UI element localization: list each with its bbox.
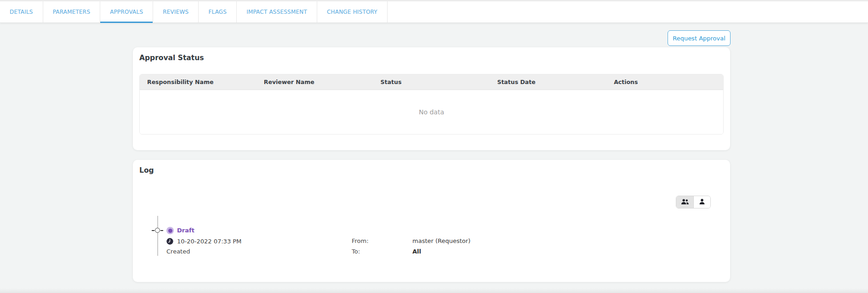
table-empty-state: No data — [140, 90, 723, 134]
person-view-button[interactable] — [693, 196, 710, 208]
column-header-reviewer-name: Reviewer Name — [257, 79, 373, 85]
approval-status-card: Approval Status Responsibility Name Revi… — [133, 47, 730, 150]
approval-status-table: Responsibility Name Reviewer Name Status… — [139, 74, 724, 135]
tab-impact-assessment[interactable]: IMPACT ASSESSMENT — [237, 1, 317, 23]
tab-flags[interactable]: FLAGS — [199, 1, 237, 23]
bottom-edge-shading — [0, 288, 868, 293]
timeline-node-icon — [155, 228, 160, 233]
to-label: To: — [352, 248, 360, 255]
log-view-toggle — [676, 196, 711, 208]
timeline-node-tick-right — [160, 230, 163, 231]
people-group-icon — [681, 198, 689, 207]
tab-reviews[interactable]: REVIEWS — [153, 1, 199, 23]
timeline-line — [157, 216, 158, 256]
tab-change-history[interactable]: CHANGE HISTORY — [317, 1, 388, 23]
tab-parameters[interactable]: PARAMETERS — [43, 1, 101, 23]
column-header-actions: Actions — [606, 79, 723, 85]
log-card: Log Dra — [133, 160, 730, 282]
column-header-status: Status — [373, 79, 490, 85]
request-approval-button[interactable]: Request Approval — [668, 30, 731, 46]
group-view-button[interactable] — [676, 196, 693, 208]
tab-approvals[interactable]: APPROVALS — [100, 1, 153, 23]
timeline-node-tick-left — [152, 230, 154, 231]
log-entry-timestamp: 10-20-2022 07:33 PM — [177, 238, 241, 245]
clock-icon — [166, 238, 173, 247]
tab-bar: DETAILS PARAMETERS APPROVALS REVIEWS FLA… — [0, 0, 868, 23]
to-value: All — [412, 248, 421, 255]
approval-status-title: Approval Status — [139, 54, 204, 62]
from-label: From: — [352, 237, 369, 244]
log-entry-action: Created — [166, 248, 190, 255]
log-entry-status: Draft — [177, 227, 194, 234]
person-icon — [699, 198, 705, 207]
log-title: Log — [139, 166, 154, 175]
from-value: master (Requestor) — [412, 237, 470, 244]
table-header-row: Responsibility Name Reviewer Name Status… — [140, 74, 723, 90]
column-header-status-date: Status Date — [490, 79, 606, 85]
status-dot-icon — [166, 227, 174, 234]
column-header-responsibility-name: Responsibility Name — [140, 79, 257, 85]
tab-details[interactable]: DETAILS — [0, 1, 43, 23]
